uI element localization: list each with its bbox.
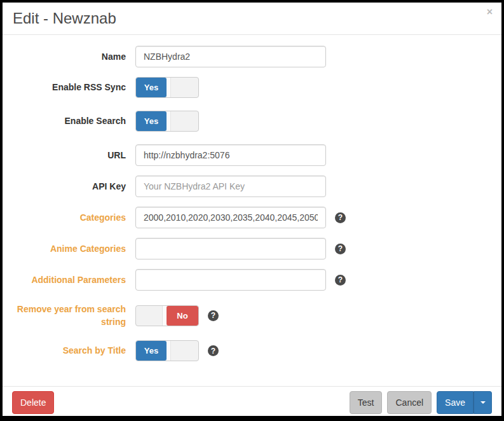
toggle-off-label: No [167,306,198,326]
anime-categories-input[interactable] [135,238,326,259]
remove-year-toggle[interactable]: No [135,305,199,326]
help-icon[interactable]: ? [208,345,219,356]
form-row-url: URL [13,144,492,166]
categories-input[interactable] [135,207,326,228]
form-row-enable-rss-sync: Enable RSS Sync Yes [13,77,492,98]
form-row-api-key: API Key [13,176,492,197]
categories-label: Categories [13,211,126,224]
toggle-knob [167,111,171,131]
help-icon[interactable]: ? [335,275,346,286]
modal-title: Edit - Newznab [13,10,492,27]
search-by-title-label: Search by Title [13,344,126,357]
form-row-enable-search: Enable Search Yes [13,111,492,132]
modal-header: Edit - Newznab × [3,3,501,35]
name-label: Name [13,50,126,63]
form-row-name: Name [13,46,492,67]
close-icon[interactable]: × [487,7,493,17]
toggle-knob [167,341,171,361]
save-dropdown-button[interactable] [473,391,492,414]
cancel-button[interactable]: Cancel [387,391,432,414]
form-row-additional-parameters: Additional Parameters ? [13,269,492,291]
modal-body: Name Enable RSS Sync Yes Enable Search Y… [3,35,501,386]
toggle-knob [162,306,167,326]
search-by-title-toggle[interactable]: Yes [135,340,199,361]
footer-right-buttons: Test Cancel Save [350,391,492,414]
enable-rss-sync-label: Enable RSS Sync [13,81,126,93]
url-input[interactable] [135,144,326,166]
toggle-knob [167,78,171,97]
test-button[interactable]: Test [350,391,383,414]
caret-down-icon [480,401,486,404]
api-key-label: API Key [13,180,126,193]
anime-categories-label: Anime Categories [13,242,126,255]
enable-search-toggle[interactable]: Yes [135,111,199,132]
toggle-on-label: Yes [136,78,167,97]
enable-rss-sync-toggle[interactable]: Yes [135,77,199,98]
toggle-on-label: Yes [136,111,167,131]
modal-footer: Delete Test Cancel Save [3,386,501,416]
form-row-anime-categories: Anime Categories ? [13,238,492,259]
name-input[interactable] [135,46,326,67]
save-split-button: Save [437,391,492,414]
url-label: URL [13,149,126,162]
form-row-categories: Categories ? [13,207,492,228]
help-icon[interactable]: ? [208,310,219,321]
api-key-input[interactable] [135,176,326,197]
save-button[interactable]: Save [437,391,473,414]
form-row-remove-year: Remove year from search string No ? [13,300,492,331]
enable-search-label: Enable Search [13,114,126,127]
edit-newznab-modal: Edit - Newznab × Name Enable RSS Sync Ye… [3,3,501,416]
form-row-search-by-title: Search by Title Yes ? [13,340,492,361]
help-icon[interactable]: ? [335,212,346,223]
delete-button[interactable]: Delete [12,391,54,414]
additional-parameters-label: Additional Parameters [13,273,126,286]
additional-parameters-input[interactable] [135,269,326,291]
help-icon[interactable]: ? [335,244,346,254]
remove-year-label: Remove year from search string [13,303,126,329]
toggle-on-label: Yes [136,341,167,361]
